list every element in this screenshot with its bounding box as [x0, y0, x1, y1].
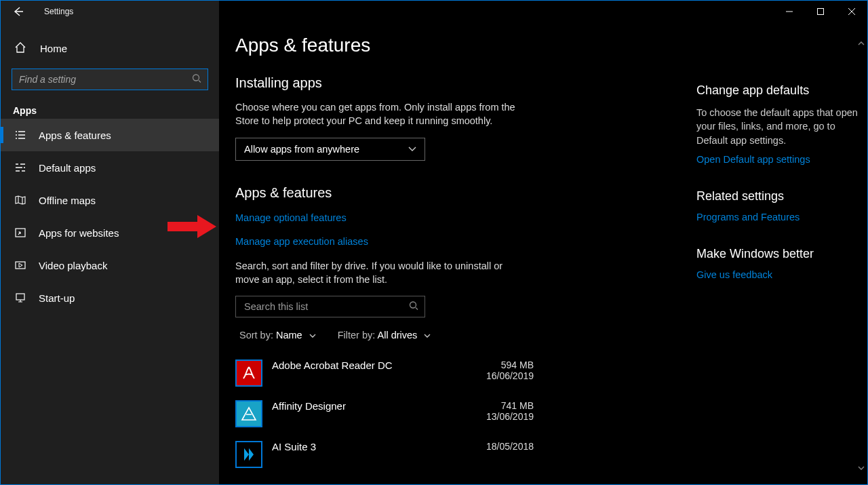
apps-features-heading: Apps & features	[235, 185, 656, 201]
manage-optional-features-link[interactable]: Manage optional features	[235, 212, 347, 223]
sidebar-item-offline-maps[interactable]: Offline maps	[1, 184, 219, 216]
app-size: 594 MB	[486, 360, 534, 370]
scroll-up-icon[interactable]	[856, 39, 866, 48]
give-feedback-link[interactable]: Give us feedback	[696, 269, 859, 280]
close-button[interactable]	[836, 1, 867, 22]
app-date: 16/06/2019	[486, 370, 534, 381]
svg-rect-3	[16, 262, 25, 269]
manage-aliases-link[interactable]: Manage app execution aliases	[235, 236, 368, 247]
window-controls	[774, 1, 867, 22]
sidebar-item-label: Start-up	[39, 292, 75, 304]
sidebar-item-label: Offline maps	[39, 195, 96, 206]
sidebar: Home Apps Apps & features Default apps O…	[1, 1, 219, 484]
feedback-heading: Make Windows better	[696, 247, 859, 261]
annotation-arrow	[167, 214, 218, 239]
main-content: Apps & features Installing apps Choose w…	[219, 1, 867, 484]
change-defaults-heading: Change app defaults	[696, 83, 859, 98]
installing-apps-heading: Installing apps	[235, 75, 656, 91]
video-icon	[14, 259, 26, 271]
app-size: 741 MB	[486, 400, 534, 411]
websites-icon	[14, 227, 26, 239]
search-icon	[409, 301, 418, 313]
app-icon-affinity	[235, 400, 262, 427]
page-title: Apps & features	[235, 35, 867, 56]
svg-point-5	[410, 302, 416, 308]
installing-apps-description: Choose where you can get apps from. Only…	[235, 100, 527, 128]
search-list-input[interactable]	[235, 296, 425, 317]
maximize-button[interactable]	[805, 1, 836, 22]
side-panel: Change app defaults To choose the defaul…	[696, 75, 859, 478]
change-defaults-description: To choose the default apps that open you…	[696, 106, 859, 147]
minimize-button[interactable]	[774, 1, 805, 22]
app-row[interactable]: Affinity Designer 741 MB 13/06/2019	[235, 396, 534, 437]
list-icon	[14, 129, 26, 141]
app-row[interactable]: Adobe Acrobat Reader DC 594 MB 16/06/201…	[235, 355, 534, 396]
map-icon	[14, 194, 26, 206]
app-row[interactable]: AI Suite 3 18/05/2018	[235, 437, 534, 478]
apps-features-description: Search, sort and filter by drive. If you…	[235, 259, 527, 287]
app-icon-acrobat	[235, 360, 262, 387]
home-label: Home	[40, 43, 67, 54]
scroll-down-icon[interactable]	[856, 463, 866, 473]
sidebar-item-label: Apps & features	[39, 130, 111, 141]
search-input[interactable]	[12, 69, 208, 90]
open-default-settings-link[interactable]: Open Default app settings	[696, 154, 859, 165]
titlebar: Settings	[1, 1, 867, 22]
sidebar-item-label: Apps for websites	[39, 227, 119, 239]
back-button[interactable]	[5, 1, 32, 22]
search-list-container	[235, 296, 425, 317]
home-icon	[14, 41, 28, 55]
sidebar-item-default-apps[interactable]: Default apps	[1, 151, 219, 184]
home-nav[interactable]: Home	[1, 33, 219, 63]
app-date: 13/06/2019	[486, 411, 534, 422]
app-name: Affinity Designer	[272, 400, 346, 422]
sidebar-item-label: Video playback	[39, 260, 107, 271]
app-icon-aisuite	[235, 441, 262, 468]
filter-by-control[interactable]: Filter by: All drives	[338, 330, 431, 341]
defaults-icon	[14, 161, 26, 174]
svg-rect-4	[16, 294, 24, 300]
chevron-down-icon	[408, 144, 416, 154]
sort-filter-row: Sort by: Name Filter by: All drives	[235, 330, 656, 341]
dropdown-value: Allow apps from anywhere	[244, 144, 359, 155]
sidebar-item-label: Default apps	[39, 162, 96, 174]
search-container	[12, 69, 208, 90]
svg-rect-0	[818, 9, 824, 15]
startup-icon	[14, 292, 26, 304]
app-name: AI Suite 3	[272, 441, 316, 452]
scrollbar[interactable]	[856, 39, 866, 473]
sidebar-section-label: Apps	[1, 98, 219, 119]
sidebar-item-startup[interactable]: Start-up	[1, 282, 219, 314]
window-title: Settings	[44, 7, 73, 16]
programs-features-link[interactable]: Programs and Features	[696, 212, 859, 222]
app-date: 18/05/2018	[486, 441, 534, 452]
related-settings-heading: Related settings	[696, 189, 859, 203]
app-name: Adobe Acrobat Reader DC	[272, 360, 393, 381]
sort-by-control[interactable]: Sort by: Name	[239, 330, 316, 341]
app-source-dropdown[interactable]: Allow apps from anywhere	[235, 138, 425, 161]
sidebar-item-video-playback[interactable]: Video playback	[1, 249, 219, 282]
sidebar-item-apps-features[interactable]: Apps & features	[1, 119, 219, 151]
